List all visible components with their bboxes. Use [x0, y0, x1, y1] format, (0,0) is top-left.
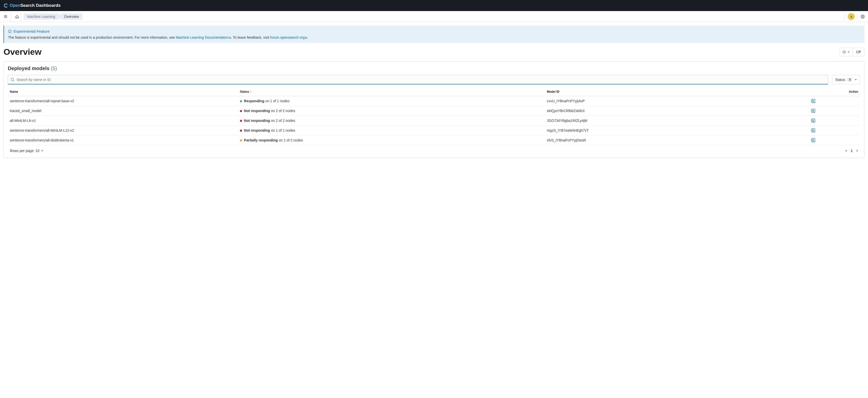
svg-point-4	[9, 30, 10, 31]
svg-point-9	[812, 100, 814, 102]
svg-point-15	[812, 130, 814, 131]
cell-model-id: ekiQyoYBrCRlbbZxk8Ut	[545, 106, 809, 116]
svg-point-17	[812, 140, 814, 141]
lifebuoy-icon	[861, 14, 865, 19]
brand-text: OpenSearch Dashboards	[9, 3, 61, 8]
col-status[interactable]: Status↑	[238, 87, 545, 96]
app-header: OpenSearch Dashboards	[0, 0, 868, 11]
pagination: 1	[845, 149, 858, 153]
info-icon	[8, 30, 11, 33]
svg-point-7	[11, 78, 13, 81]
table-row: sentence-transformers/all-distilroberta-…	[8, 135, 860, 145]
cell-name: traced_small_model	[8, 106, 238, 116]
table-row: all-MiniLM-L6-v1 Not responding on 2 of …	[8, 116, 860, 126]
svg-point-11	[812, 110, 814, 112]
experimental-callout: Experimental Feature The feature is expe…	[3, 26, 865, 43]
cell-status: Not responding on 1 of 1 nodes	[238, 126, 545, 135]
cell-model-id: cvvU_IYBnaPcPYyjiAvP	[545, 96, 809, 106]
brand-logo[interactable]: OpenSearch Dashboards	[3, 3, 61, 8]
hamburger-icon	[3, 14, 7, 19]
cell-name: sentence-transformers/all-MiniLM-L12-v2	[8, 126, 238, 135]
cell-status: Partially responding on 1 of 2 nodes	[238, 135, 545, 145]
prev-page-button[interactable]	[845, 150, 848, 152]
col-action: Action	[809, 87, 860, 96]
status-filter-label: Status	[835, 78, 845, 82]
svg-rect-14	[811, 129, 815, 132]
home-button[interactable]	[13, 12, 21, 21]
page-number[interactable]: 1	[851, 149, 853, 153]
rows-per-page-button[interactable]: Rows per page: 10	[10, 149, 43, 153]
search-input[interactable]	[14, 78, 825, 82]
svg-point-0	[7, 4, 7, 5]
cell-name: all-MiniLM-L6-v1	[8, 116, 238, 126]
status-dot-icon	[240, 100, 242, 102]
page-title: Overview	[3, 47, 41, 57]
cell-name: sentence-transformers/all-distilroberta-…	[8, 135, 238, 145]
breadcrumb: Machine Learning Overview	[24, 13, 83, 20]
col-model-id[interactable]: Model ID	[545, 87, 809, 96]
status-dot-icon	[240, 130, 242, 132]
svg-point-2	[862, 16, 864, 17]
breadcrumb-machine-learning[interactable]: Machine Learning	[24, 13, 61, 20]
view-details-button[interactable]	[811, 138, 858, 143]
sort-asc-icon: ↑	[250, 90, 252, 93]
refresh-control: Off	[840, 48, 865, 56]
cell-status: Not responding on 2 of 2 nodes	[238, 116, 545, 126]
search-icon	[10, 78, 14, 82]
status-dot-icon	[240, 120, 242, 122]
cell-status: Responding on 1 of 1 nodes	[238, 96, 545, 106]
chevron-down-icon	[847, 51, 850, 53]
status-dot-icon	[240, 110, 242, 112]
breadcrumb-overview: Overview	[59, 13, 82, 20]
status-dot-icon	[240, 140, 242, 142]
svg-rect-8	[811, 99, 815, 103]
help-button[interactable]	[857, 14, 865, 19]
cell-action	[809, 96, 860, 106]
external-link-icon: ⧉	[229, 36, 231, 39]
home-icon	[15, 14, 19, 19]
status-filter-button[interactable]: Status 3	[832, 75, 860, 85]
panel-title: Deployed models (5)	[8, 66, 860, 71]
svg-rect-16	[811, 139, 815, 142]
refresh-interval-button[interactable]	[840, 48, 853, 56]
status-filter-count: 3	[847, 78, 852, 82]
view-details-button[interactable]	[811, 118, 858, 123]
col-name[interactable]: Name	[8, 87, 238, 96]
nav-toggle-button[interactable]	[3, 12, 11, 21]
search-input-wrapper[interactable]	[8, 75, 828, 85]
ml-docs-link[interactable]: Machine Learning Documentation⧉	[176, 35, 231, 39]
svg-rect-10	[811, 109, 815, 113]
table-row: sentence-transformers/all-mpnet-base-v2 …	[8, 96, 860, 106]
next-page-button[interactable]	[856, 150, 858, 152]
cell-action	[809, 116, 860, 126]
deployed-models-panel: Deployed models (5) Status 3 Name	[3, 61, 865, 158]
view-details-button[interactable]	[811, 109, 858, 113]
refresh-state-label: Off	[853, 48, 864, 56]
view-details-button[interactable]	[811, 128, 858, 133]
callout-title-text: Experimental Feature	[13, 29, 50, 33]
cell-model-id: JGO734YBgba1RtZLy4jM	[545, 116, 809, 126]
models-table: Name Status↑ Model ID Action sentence-tr…	[8, 87, 860, 145]
opensearch-logo-icon	[3, 3, 8, 8]
svg-rect-12	[811, 119, 815, 122]
cell-action	[809, 126, 860, 135]
svg-rect-5	[9, 31, 10, 32]
table-row: sentence-transformers/all-MiniLM-L12-v2 …	[8, 126, 860, 135]
sub-header: Machine Learning Overview a	[0, 11, 868, 22]
callout-body: The feature is experimental and should n…	[8, 35, 861, 39]
cell-name: sentence-transformers/all-mpnet-base-v2	[8, 96, 238, 106]
forum-link[interactable]: forum.opensearch.org⧉	[270, 35, 307, 39]
svg-point-13	[812, 120, 814, 121]
cell-action	[809, 106, 860, 116]
cell-status: Not responding on 2 of 2 nodes	[238, 106, 545, 116]
chevron-down-icon	[855, 79, 857, 81]
cell-action	[809, 135, 860, 145]
user-avatar[interactable]: a	[848, 13, 855, 20]
clock-icon	[842, 50, 846, 54]
cell-model-id: cfvS_IYBnaPcPYyjDwsR	[545, 135, 809, 145]
chevron-down-icon	[41, 150, 43, 152]
view-details-button[interactable]	[811, 99, 858, 103]
cell-model-id: mgzS_IYB7eaW4nEgh7vT	[545, 126, 809, 135]
table-row: traced_small_model Not responding on 2 o…	[8, 106, 860, 116]
